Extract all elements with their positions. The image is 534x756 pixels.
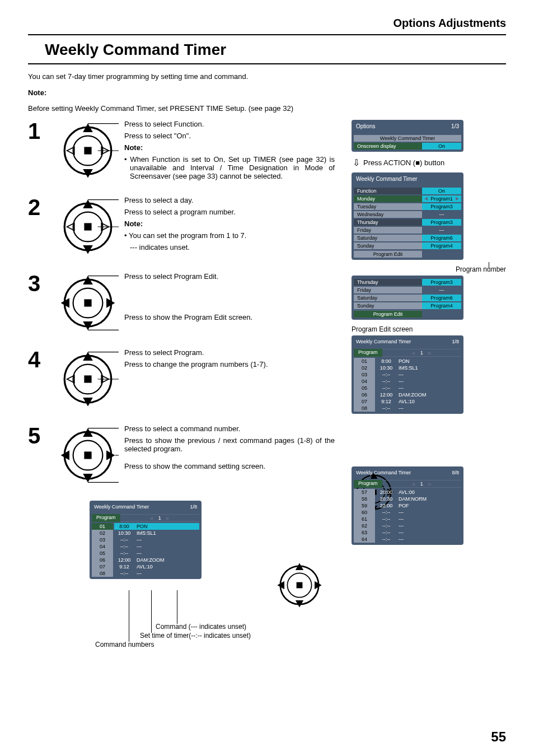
program-edit-label: Program Edit: [354, 310, 422, 318]
row-index: 06: [354, 391, 375, 398]
row-command: PON: [134, 523, 199, 530]
wct-panel: Weekly Command TimerFunctionOnMonday◀▶Pr…: [352, 172, 463, 260]
svg-rect-55: [297, 582, 303, 589]
page-number: 55: [491, 729, 506, 745]
row-index: 01: [354, 358, 375, 365]
panel-row-value: ---: [422, 227, 461, 234]
panel-row-label: Saturday: [354, 295, 422, 301]
svg-rect-11: [84, 223, 91, 230]
row-index: 57: [354, 489, 375, 496]
note-label: Note:: [124, 220, 335, 228]
panel-title: Weekly Command Timer: [94, 504, 149, 510]
panel-row-label: Function: [354, 188, 422, 194]
callout-command: Command (--- indicates unset): [156, 623, 246, 631]
row-index: 07: [354, 398, 375, 405]
action-hint: ⇩ Press ACTION (■) button: [352, 157, 506, 168]
panel-row-value: On: [422, 143, 461, 150]
wct-sub-panel: ThursdayProgram3Friday---SaturdayProgram…: [352, 276, 463, 320]
row-time: --:--: [114, 543, 134, 550]
row-command: AVL:10: [134, 563, 199, 570]
row-command: ---: [396, 516, 461, 522]
row-time: --:--: [114, 536, 134, 543]
svg-rect-38: [84, 451, 91, 459]
panel-title: Options: [356, 123, 375, 129]
row-time: 10:30: [376, 365, 396, 371]
step-line: Press to show the command setting screen…: [124, 462, 335, 470]
step-line: Press to select a command number.: [124, 424, 335, 433]
row-time: --:--: [376, 385, 396, 391]
dpad-icon-updown-center: [57, 120, 119, 184]
row-index: 04: [92, 543, 113, 550]
program-label: Program: [354, 480, 382, 488]
row-command: ---: [396, 378, 461, 385]
panel-row-value: Program4: [422, 302, 461, 309]
row-command: AVL:00: [396, 489, 461, 496]
row-command: ---: [134, 570, 199, 577]
panel-row-value: ---: [422, 211, 461, 218]
program-edit-screen-label: Program Edit screen: [352, 325, 506, 333]
program-value: ◀ 1 ▶: [120, 514, 199, 522]
row-command: DAM:ZOOM: [134, 557, 199, 563]
panel-row-label: Friday: [354, 227, 422, 234]
arrow-down-icon: ⇩: [353, 157, 360, 168]
step-line: Press to select "On".: [124, 132, 335, 140]
row-index: 63: [354, 529, 375, 536]
note-body: • When Function is set to On, Set up TIM…: [124, 155, 335, 180]
row-command: ---: [134, 536, 199, 543]
row-time: 8:00: [376, 358, 396, 365]
row-time: 20:30: [376, 496, 396, 502]
svg-rect-2: [84, 147, 91, 154]
row-time: --:--: [114, 570, 134, 577]
row-index: 62: [354, 522, 375, 529]
row-command: DAM:ZOOM: [396, 391, 461, 398]
row-command: ---: [396, 522, 461, 529]
panel-row-value: Program6: [422, 295, 461, 301]
step-line: Press to select a day.: [124, 196, 335, 204]
row-command: DAM:NORM: [396, 496, 461, 502]
row-command: ---: [396, 371, 461, 378]
panel-row-label: Friday: [354, 287, 422, 293]
step-line: Press to select Function.: [124, 120, 335, 128]
step-number: 1: [28, 120, 57, 142]
row-index: 05: [354, 385, 375, 391]
row-time: 20:00: [376, 489, 396, 496]
panel-title: Weekly Command Timer: [356, 339, 411, 344]
panel-row-value: Program3: [422, 279, 461, 286]
panel-row-value: ◀▶Program1: [422, 195, 461, 202]
note-body: Before setting Weekly Command Timer, set…: [28, 104, 506, 113]
row-command: ---: [396, 536, 461, 543]
note-label: Note:: [28, 88, 506, 97]
row-command: ---: [396, 509, 461, 516]
panel-row-value: Program3: [422, 203, 461, 210]
program-number-label: Program number: [456, 265, 506, 273]
panel-row-label: Weekly Command Timer: [354, 135, 461, 142]
step-line: Press to show the previous / next comman…: [124, 436, 335, 453]
panel-row-label: Thursday: [354, 279, 422, 286]
note-label: Note:: [124, 143, 335, 152]
row-index: 01: [92, 523, 113, 530]
row-index: 08: [92, 570, 113, 577]
row-time: 9:12: [114, 563, 134, 570]
row-time: 10:30: [114, 530, 134, 536]
row-index: 02: [354, 365, 375, 371]
step-line: Press to select Program.: [124, 348, 335, 357]
dpad-icon-all-center: [57, 424, 119, 488]
callout-time: Set time of timer(--:-- indicates unset): [140, 632, 251, 640]
row-command: IMS:SL1: [134, 530, 199, 536]
panel-row-label: Saturday: [354, 235, 422, 241]
note-body: --- indicates unset.: [124, 243, 335, 251]
page-title: Weekly Command Timer: [28, 41, 506, 59]
row-time: 8:00: [114, 523, 134, 530]
row-command: AVL:10: [396, 398, 461, 405]
callout-line: [129, 590, 129, 642]
step-number: 5: [28, 424, 57, 447]
row-time: --:--: [376, 371, 396, 378]
row-index: 03: [92, 536, 113, 543]
panel-row-label: Monday: [354, 195, 422, 202]
callout-idx: Command numbers: [95, 641, 154, 648]
dpad-icon-all-center: [274, 560, 325, 613]
divider: [28, 34, 506, 35]
row-index: 07: [92, 563, 113, 570]
row-index: 08: [354, 405, 375, 412]
step-line: Press to change the program numbers (1-7…: [124, 360, 335, 368]
